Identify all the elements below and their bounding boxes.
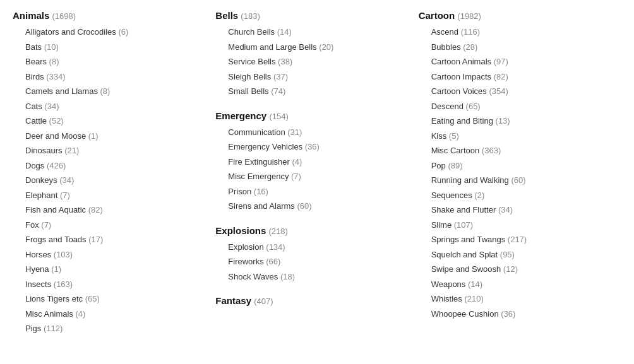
- subcategory-link[interactable]: Ascend (116): [431, 27, 480, 37]
- subcategory-link[interactable]: Deer and Moose (1): [25, 131, 99, 141]
- subcategory-link[interactable]: Misc Cartoon (363): [431, 146, 501, 155]
- subcategory-link[interactable]: Springs and Twangs (217): [431, 235, 527, 244]
- subcategory-link[interactable]: Alligators and Crocodiles (6): [25, 27, 128, 37]
- subcategory-link[interactable]: Fish and Aquatic (82): [25, 205, 103, 214]
- list-item: Alligators and Crocodiles (6): [25, 25, 203, 40]
- emergency-list: Communication (31)Emergency Vehicles (36…: [215, 125, 405, 214]
- subcategory-link[interactable]: Bears (8): [25, 57, 59, 66]
- subcategory-link[interactable]: Running and Walking (60): [431, 175, 526, 185]
- subcategory-link[interactable]: Swipe and Swoosh (12): [431, 264, 518, 274]
- cartoon-count: (1982): [457, 11, 481, 21]
- list-item: Church Bells (14): [228, 25, 405, 40]
- subcategory-link[interactable]: Misc Emergency (7): [228, 172, 301, 181]
- animals-title: Animals (1698): [13, 10, 203, 21]
- subcategory-link[interactable]: Small Bells (74): [228, 86, 285, 96]
- subcategory-link[interactable]: Donkeys (34): [25, 175, 74, 185]
- subcategory-link[interactable]: Slime (107): [431, 220, 473, 230]
- subcategory-link[interactable]: Bats (10): [25, 42, 59, 52]
- list-item: Dinosaurs (21): [25, 143, 203, 158]
- animals-list: Alligators and Crocodiles (6)Bats (10)Be…: [13, 25, 203, 336]
- subcategory-link[interactable]: Pop (89): [431, 161, 463, 170]
- list-item: Cats (34): [25, 99, 203, 114]
- subcategory-link[interactable]: Insects (163): [25, 279, 73, 289]
- list-item: Fire Extinguisher (4): [228, 155, 405, 170]
- subcategory-link[interactable]: Shake and Flutter (34): [431, 205, 513, 214]
- list-item: Sirens and Alarms (60): [228, 199, 405, 214]
- list-item: Frogs and Toads (17): [25, 232, 203, 247]
- list-item: Service Bells (38): [228, 54, 405, 69]
- list-item: Misc Emergency (7): [228, 169, 405, 184]
- subcategory-link[interactable]: Misc Animals (4): [25, 309, 85, 319]
- list-item: Ascend (116): [431, 25, 609, 40]
- subcategory-link[interactable]: Communication (31): [228, 127, 302, 137]
- list-item: Cartoon Animals (97): [431, 54, 609, 69]
- subcategory-link[interactable]: Camels and Llamas (8): [25, 86, 110, 96]
- explosions-list: Explosion (134)Fireworks (66)Shock Waves…: [215, 240, 405, 285]
- subcategory-link[interactable]: Elephant (7): [25, 191, 70, 200]
- animals-column: Animals (1698) Alligators and Crocodiles…: [13, 10, 215, 348]
- subcategory-link[interactable]: Medium and Large Bells (20): [228, 42, 333, 52]
- subcategory-link[interactable]: Sequences (2): [431, 191, 485, 200]
- list-item: Swipe and Swoosh (12): [431, 262, 609, 277]
- cartoon-column: Cartoon (1982) Ascend (116)Bubbles (28)C…: [419, 10, 621, 348]
- subcategory-link[interactable]: Squelch and Splat (95): [431, 250, 515, 259]
- fantasy-title: Fantasy (407): [215, 295, 405, 306]
- subcategory-link[interactable]: Sirens and Alarms (60): [228, 201, 311, 211]
- subcategory-link[interactable]: Cartoon Animals (97): [431, 57, 508, 66]
- list-item: Whistles (210): [431, 291, 609, 307]
- subcategory-link[interactable]: Cartoon Impacts (82): [431, 72, 508, 81]
- subcategory-link[interactable]: Whoopee Cushion (36): [431, 309, 516, 319]
- list-item: Small Bells (74): [228, 84, 405, 99]
- subcategory-link[interactable]: Sleigh Bells (37): [228, 72, 288, 81]
- subcategory-link[interactable]: Kiss (5): [431, 131, 459, 141]
- subcategory-link[interactable]: Bubbles (28): [431, 42, 478, 52]
- subcategory-link[interactable]: Service Bells (38): [228, 57, 292, 66]
- list-item: Hyena (1): [25, 262, 203, 277]
- subcategory-link[interactable]: Shock Waves (18): [228, 272, 295, 281]
- subcategory-link[interactable]: Church Bells (14): [228, 27, 291, 37]
- subcategory-link[interactable]: Horses (103): [25, 250, 73, 259]
- subcategory-link[interactable]: Hyena (1): [25, 264, 61, 274]
- subcategory-link[interactable]: Birds (334): [25, 72, 66, 81]
- list-item: Medium and Large Bells (20): [228, 40, 405, 55]
- subcategory-link[interactable]: Lions Tigers etc (65): [25, 294, 100, 303]
- subcategory-link[interactable]: Dogs (426): [25, 161, 66, 170]
- list-item: Bears (8): [25, 54, 203, 69]
- list-item: Fox (7): [25, 218, 203, 233]
- subcategory-link[interactable]: Fireworks (66): [228, 257, 280, 266]
- cartoon-section: Cartoon (1982) Ascend (116)Bubbles (28)C…: [419, 10, 609, 321]
- subcategory-link[interactable]: Weapons (14): [431, 279, 482, 289]
- subcategory-link[interactable]: Fire Extinguisher (4): [228, 157, 302, 167]
- list-item: Cattle (52): [25, 114, 203, 129]
- subcategory-link[interactable]: Eating and Biting (13): [431, 116, 510, 126]
- main-columns: Animals (1698) Alligators and Crocodiles…: [13, 10, 621, 348]
- subcategory-link[interactable]: Emergency Vehicles (36): [228, 142, 320, 151]
- list-item: Communication (31): [228, 125, 405, 140]
- list-item: Descend (65): [431, 99, 609, 114]
- list-item: Sequences (2): [431, 188, 609, 203]
- fantasy-section: Fantasy (407): [215, 295, 405, 306]
- subcategory-link[interactable]: Dinosaurs (21): [25, 146, 79, 155]
- list-item: Springs and Twangs (217): [431, 232, 609, 247]
- subcategory-link[interactable]: Cattle (52): [25, 116, 64, 126]
- animals-section: Animals (1698) Alligators and Crocodiles…: [13, 10, 203, 336]
- explosions-title: Explosions (218): [215, 225, 405, 236]
- subcategory-link[interactable]: Frogs and Toads (17): [25, 235, 103, 244]
- subcategory-link[interactable]: Descend (65): [431, 102, 481, 111]
- list-item: Fireworks (66): [228, 254, 405, 269]
- list-item: Whoopee Cushion (36): [431, 307, 609, 322]
- bells-title: Bells (183): [215, 10, 405, 21]
- list-item: Bubbles (28): [431, 40, 609, 55]
- subcategory-link[interactable]: Cartoon Voices (354): [431, 86, 508, 96]
- subcategory-link[interactable]: Fox (7): [25, 220, 51, 230]
- subcategory-link[interactable]: Whistles (210): [431, 294, 484, 303]
- list-item: Shock Waves (18): [228, 269, 405, 285]
- list-item: Emergency Vehicles (36): [228, 139, 405, 155]
- list-item: Pop (89): [431, 158, 609, 173]
- subcategory-link[interactable]: Cats (34): [25, 102, 59, 111]
- subcategory-link[interactable]: Explosion (134): [228, 242, 285, 252]
- subcategory-link[interactable]: Pigs (112): [25, 324, 63, 333]
- subcategory-link[interactable]: Prison (16): [228, 187, 268, 196]
- bells-section: Bells (183)Church Bells (14)Medium and L…: [215, 10, 405, 99]
- list-item: Slime (107): [431, 218, 609, 233]
